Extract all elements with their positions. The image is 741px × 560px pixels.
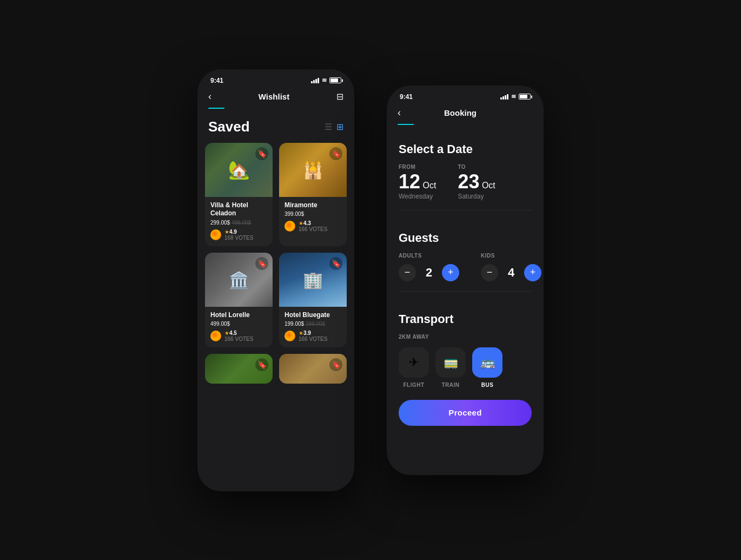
phone-booking: 9:41 ≋ ‹ Booking Select a (387, 85, 544, 475)
card-partial-2: 🔖 (279, 354, 347, 384)
card-footer-lorelle: ★4.5 166 VOTES (210, 330, 267, 342)
card-price-bluegate: 199.00$ 299.00$ (285, 321, 341, 327)
signal-icon (311, 78, 319, 83)
status-icons-1: ≋ (311, 77, 341, 84)
scene: 9:41 ≋ ‹ Wishlist ⊟ Saved (197, 69, 544, 491)
card-price-miramonte: 399.00$ (285, 211, 341, 217)
card-name-lorelle: Hotel Lorelle (210, 311, 267, 320)
transport-title: Transport (399, 312, 532, 326)
card-footer-miramonte: ★4.3 166 VOTES (285, 220, 341, 232)
proceed-button[interactable]: Proceed (399, 400, 532, 426)
from-month: Oct (423, 181, 436, 190)
kids-col: KIDS − 4 + (481, 253, 541, 281)
adults-col: ADULTS − 2 + (399, 253, 459, 281)
card-body-villa: Villa & Hotel Celadon 299.00$ 499.00$ ★4… (205, 197, 273, 246)
flight-icon: ✈ (409, 355, 419, 370)
grid-view-button[interactable]: ⊞ (336, 122, 343, 132)
flight-label: FLIGHT (403, 382, 424, 388)
adults-minus-button[interactable]: − (399, 264, 416, 281)
card-villa[interactable]: 🔖 Villa & Hotel Celadon 299.00$ 499.00$ … (205, 143, 273, 246)
kids-stepper: − 4 + (481, 264, 541, 281)
divider-2 (399, 291, 532, 292)
card-body-lorelle: Hotel Lorelle 499.00$ ★4.5 166 VOTES (205, 307, 273, 348)
from-label: FROM (399, 164, 436, 170)
date-from: FROM 12 Oct Wednesday (399, 164, 436, 200)
cards-grid: 🔖 Villa & Hotel Celadon 299.00$ 499.00$ … (197, 143, 354, 384)
card-footer-villa: ★4.9 168 VOTES (210, 229, 267, 241)
kids-plus-button[interactable]: + (524, 264, 541, 281)
sun-icon-bluegate (285, 331, 295, 341)
from-day: 12 (399, 170, 420, 193)
transport-flight[interactable]: ✈ FLIGHT (399, 347, 429, 388)
sun-icon-lorelle (210, 331, 221, 341)
card-miramonte[interactable]: 🔖 Miramonte 399.00$ ★4.3 166 VOTES (279, 143, 347, 246)
card-lorelle[interactable]: 🔖 Hotel Lorelle 499.00$ ★4.5 166 VOTES (205, 253, 273, 348)
card-name-villa: Villa & Hotel Celadon (210, 201, 267, 218)
battery-icon (329, 77, 341, 83)
nav-underline-booking (398, 124, 414, 125)
bookmark-lorelle[interactable]: 🔖 (255, 257, 268, 270)
to-date-value: 23 Oct (458, 172, 495, 192)
status-bar-2: 9:41 ≋ (387, 85, 544, 104)
from-weekday: Wednesday (399, 193, 436, 200)
date-section: Select a Date FROM 12 Oct Wednesday TO 2… (387, 131, 544, 200)
card-bluegate[interactable]: 🔖 Hotel Bluegate 199.00$ 299.00$ ★3.9 16… (279, 253, 347, 348)
nav-bar-booking: ‹ Booking (387, 104, 544, 124)
date-to: TO 23 Oct Saturday (458, 164, 495, 200)
rating-bluegate: ★3.9 166 VOTES (299, 330, 327, 342)
transport-train[interactable]: 🚃 TRAIN (435, 347, 466, 388)
status-bar-1: 9:41 ≋ (197, 69, 354, 88)
list-view-button[interactable]: ☰ (325, 122, 332, 132)
bookmark-bluegate[interactable]: 🔖 (329, 257, 342, 270)
guests-row: ADULTS − 2 + KIDS − 4 + (399, 253, 532, 281)
bookmark-villa[interactable]: 🔖 (255, 147, 268, 160)
wifi-icon-2: ≋ (511, 93, 516, 100)
date-row: FROM 12 Oct Wednesday TO 23 Oct Saturday (399, 164, 532, 200)
rating-lorelle: ★4.5 166 VOTES (224, 330, 253, 342)
phone-wishlist: 9:41 ≋ ‹ Wishlist ⊟ Saved (197, 69, 354, 491)
status-icons-2: ≋ (500, 93, 531, 100)
kids-value: 4 (506, 266, 517, 280)
time-2: 9:41 (400, 93, 413, 101)
time-1: 9:41 (210, 77, 223, 84)
adults-label: ADULTS (399, 253, 459, 259)
battery-icon-2 (519, 94, 531, 100)
card-price-lorelle: 499.00$ (210, 321, 267, 327)
saved-title: Saved (208, 118, 250, 135)
to-weekday: Saturday (458, 193, 495, 200)
wifi-icon: ≋ (322, 77, 327, 84)
card-price-villa: 299.00$ 499.00$ (210, 220, 267, 226)
to-month: Oct (482, 181, 495, 190)
kids-label: KIDS (481, 253, 541, 259)
transport-row: ✈ FLIGHT 🚃 TRAIN 🚌 BUS (399, 347, 532, 388)
bus-icon: 🚌 (480, 355, 495, 370)
flight-icon-wrap: ✈ (399, 347, 429, 378)
bus-label: BUS (481, 382, 494, 388)
transport-bus[interactable]: 🚌 BUS (472, 347, 502, 388)
filter-icon[interactable]: ⊟ (336, 91, 343, 102)
train-label: TRAIN (441, 382, 459, 388)
nav-title-booking: Booking (444, 108, 477, 117)
card-name-bluegate: Hotel Bluegate (285, 311, 341, 320)
date-section-title: Select a Date (399, 142, 532, 156)
nav-underline (208, 108, 224, 109)
adults-value: 2 (424, 266, 434, 280)
rating-villa: ★4.9 168 VOTES (224, 229, 253, 241)
train-icon: 🚃 (444, 355, 458, 370)
back-button-booking[interactable]: ‹ (398, 107, 401, 118)
adults-stepper: − 2 + (399, 264, 459, 281)
guests-title: Guests (399, 231, 532, 245)
kids-minus-button[interactable]: − (481, 264, 498, 281)
bus-icon-wrap: 🚌 (472, 347, 502, 378)
sun-icon-villa (210, 229, 221, 240)
nav-bar-wishlist: ‹ Wishlist ⊟ (197, 88, 354, 108)
card-name-miramonte: Miramonte (285, 201, 341, 210)
card-body-bluegate: Hotel Bluegate 199.00$ 299.00$ ★3.9 166 … (279, 307, 347, 348)
card-footer-bluegate: ★3.9 166 VOTES (285, 330, 341, 342)
guests-section: Guests ADULTS − 2 + KIDS − 4 + (387, 220, 544, 281)
adults-plus-button[interactable]: + (442, 264, 459, 281)
bookmark-miramonte[interactable]: 🔖 (329, 147, 342, 160)
rating-miramonte: ★4.3 166 VOTES (299, 220, 327, 232)
back-button-wishlist[interactable]: ‹ (208, 91, 211, 102)
divider-1 (399, 210, 532, 210)
